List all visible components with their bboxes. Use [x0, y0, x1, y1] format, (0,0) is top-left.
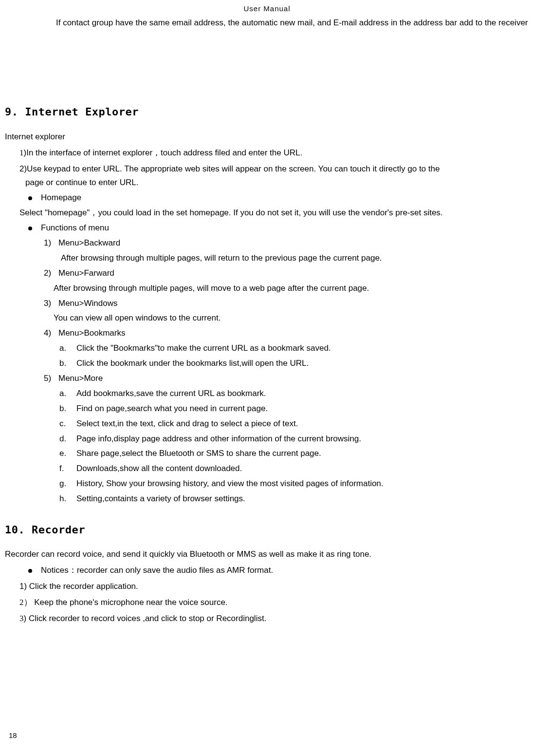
section-9-heading: 9. Internet Explorer	[5, 103, 529, 121]
ie-step-2-line1: 2)Use keypad to enter URL. The appropria…	[19, 162, 529, 176]
homepage-desc: Select "homepage"，you could load in the …	[19, 206, 529, 220]
recorder-step-1: 1) Click the recorder application.	[19, 580, 529, 594]
sub-label: d.	[59, 432, 76, 446]
menu-item-2: 2) Menu>Farward	[5, 266, 529, 281]
menu-num: 4)	[44, 326, 58, 340]
recorder-step-2: 2） Keep the phone's microphone near the …	[19, 596, 529, 610]
sub-text: History, Show your browsing history, and…	[76, 477, 384, 491]
ie-step-2-line2: page or continue to enter URL.	[25, 176, 529, 190]
sub-label: g.	[59, 477, 76, 491]
menu-item-4: 4) Menu>Bookmarks	[5, 326, 529, 340]
menu-title: Menu>More	[58, 372, 103, 386]
menu-2-desc: After browsing through multiple pages, w…	[54, 282, 529, 296]
more-sub-a: a.Add bookmarks,save the current URL as …	[5, 387, 529, 401]
page-header: User Manual	[5, 2, 529, 15]
sub-text: Find on page,search what you need in cur…	[76, 402, 268, 416]
bullet-functions-label: Functions of menu	[41, 221, 109, 235]
section-10-heading: 10. Recorder	[5, 521, 529, 539]
sub-label: a.	[59, 387, 76, 401]
step-3-text: ) Click recorder to record voices ,and c…	[24, 614, 267, 623]
bullet-homepage: Homepage	[5, 191, 529, 205]
more-sub-c: c.Select text,in the text, click and dra…	[5, 417, 529, 431]
bookmark-sub-a: a. Click the "Bookmarks"to make the curr…	[5, 341, 529, 356]
more-sub-g: g.History, Show your browsing history, a…	[5, 477, 529, 491]
more-sub-d: d.Page info,display page address and oth…	[5, 432, 529, 446]
menu-3-desc: You can view all open windows to the cur…	[54, 311, 529, 325]
sub-label: f.	[59, 462, 76, 476]
sub-text: Add bookmarks,save the current URL as bo…	[76, 387, 266, 401]
more-sub-f: f.Downloads,show all the content downloa…	[5, 462, 529, 476]
bullet-notices: Notices：recorder can only save the audio…	[5, 564, 529, 578]
intro-paragraph: If contact group have the same email add…	[5, 16, 529, 30]
sub-label: c.	[59, 417, 76, 431]
step-3-num: 3	[19, 614, 24, 623]
sub-label: b.	[59, 402, 76, 416]
menu-num: 3)	[44, 297, 58, 311]
menu-title: Menu>Farward	[58, 266, 114, 281]
bullet-icon	[28, 227, 32, 230]
bullet-icon	[28, 569, 32, 573]
sub-text: Downloads,show all the content downloade…	[76, 462, 242, 476]
menu-title: Menu>Windows	[58, 297, 117, 311]
sub-label: e.	[59, 447, 76, 461]
more-sub-h: h.Setting,containts a variety of browser…	[5, 492, 529, 506]
ie-step-1: 1)In the interface of internet explorer，…	[19, 146, 529, 160]
sub-label: h.	[59, 492, 76, 506]
menu-num: 2)	[44, 266, 58, 281]
recorder-step-3: 3) Click recorder to record voices ,and …	[19, 612, 529, 626]
sub-text: Click the "Bookmarks"to make the current…	[76, 341, 331, 356]
menu-item-5: 5) Menu>More	[5, 372, 529, 386]
menu-title: Menu>Backward	[58, 236, 120, 250]
bullet-homepage-label: Homepage	[41, 191, 81, 205]
more-sub-b: b.Find on page,search what you need in c…	[5, 402, 529, 416]
intro-text: If contact group have the same email add…	[56, 18, 528, 27]
menu-1-desc: After browsing through multiple pages, w…	[61, 251, 529, 265]
menu-item-3: 3) Menu>Windows	[5, 297, 529, 311]
recorder-intro: Recorder can record voice, and send it q…	[5, 548, 529, 562]
page-number: 18	[9, 729, 17, 742]
ie-subtitle: Internet explorer	[5, 130, 529, 144]
notices-text: Notices：recorder can only save the audio…	[41, 564, 273, 578]
sub-label: b.	[59, 357, 76, 371]
bullet-functions: Functions of menu	[5, 221, 529, 235]
sub-label: a.	[59, 341, 76, 356]
bullet-icon	[28, 196, 32, 200]
sub-text: Click the bookmark under the bookmarks l…	[76, 357, 309, 371]
step-2-num: 2）	[19, 598, 32, 607]
sub-text: Setting,containts a variety of browser s…	[76, 492, 245, 506]
sub-text: Share page,select the Bluetooth or SMS t…	[76, 447, 321, 461]
more-sub-e: e.Share page,select the Bluetooth or SMS…	[5, 447, 529, 461]
menu-title: Menu>Bookmarks	[58, 326, 125, 340]
menu-num: 5)	[44, 372, 58, 386]
menu-item-1: 1) Menu>Backward	[5, 236, 529, 250]
sub-text: Page info,display page address and other…	[76, 432, 361, 446]
bookmark-sub-b: b. Click the bookmark under the bookmark…	[5, 357, 529, 371]
sub-text: Select text,in the text, click and drag …	[76, 417, 298, 431]
menu-num: 1)	[44, 236, 58, 250]
step-2-text: Keep the phone's microphone near the voi…	[34, 598, 227, 607]
